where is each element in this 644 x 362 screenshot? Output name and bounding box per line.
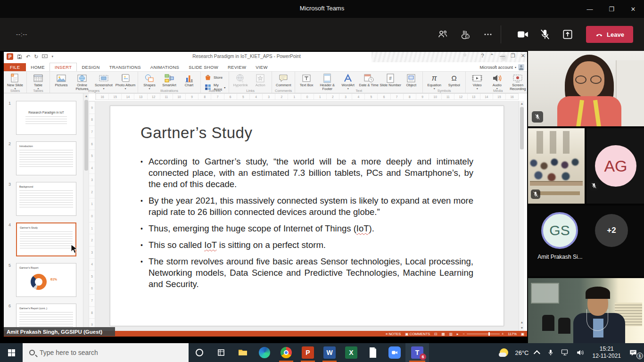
participant-video-2[interactable] <box>528 278 644 343</box>
button-label: Text Box <box>300 83 314 87</box>
view-reading-icon[interactable]: ▥ <box>449 332 453 336</box>
powerpoint-taskbar-icon[interactable]: P <box>297 343 319 362</box>
file-explorer-icon[interactable] <box>232 343 254 362</box>
ppt-close-icon[interactable]: ✕ <box>521 53 525 59</box>
view-normal-icon[interactable]: ⊡ <box>434 332 437 336</box>
object-icon <box>406 73 416 83</box>
start-button[interactable] <box>0 343 23 362</box>
ppt-title-bar: P ↶ ↻ ▾ Research Paradigm in IoT_KIET_AP… <box>4 52 527 62</box>
ruler-mark: 13 <box>467 94 480 99</box>
smartart-button[interactable]: SmartArt <box>159 73 179 90</box>
weather-icon[interactable] <box>496 343 512 362</box>
ruler-mark: 8 <box>198 94 211 99</box>
store-button[interactable]: Store <box>204 74 225 81</box>
button-label: Symbol <box>448 83 460 87</box>
slide-thumbnail-3[interactable]: 3Background <box>16 182 76 216</box>
zoom-slider[interactable]: − + <box>462 332 504 336</box>
taskbar-search[interactable]: Type here to search <box>23 343 189 362</box>
ppt-restore-icon[interactable]: ❐ <box>511 53 515 59</box>
comments-toggle[interactable]: COMMENTS <box>409 332 430 336</box>
bullet-marker: • <box>140 223 149 234</box>
account-area[interactable]: Microsoft account ▾ <box>479 64 524 70</box>
word-icon[interactable]: W <box>319 343 340 362</box>
cortana-icon[interactable] <box>189 343 210 362</box>
teams-taskbar-icon[interactable]: T 6 <box>405 343 429 362</box>
overflow-participants[interactable]: +2 <box>595 214 628 247</box>
ppt-minimize-icon[interactable]: — <box>500 53 505 59</box>
share-screen-icon[interactable] <box>561 27 575 41</box>
excel-icon[interactable]: X <box>340 343 362 362</box>
avatar-gs[interactable]: GS <box>541 212 578 249</box>
slide-thumbnail-1[interactable]: 1Research Paradigm in IoT <box>16 101 76 135</box>
ppt-help-icon[interactable]: ? <box>481 53 484 59</box>
thumbnail-preview: Research Paradigm in IoT <box>16 101 76 135</box>
participants-icon[interactable] <box>436 27 450 41</box>
thumbnail-text-placeholder <box>19 190 73 209</box>
current-slide[interactable]: Gartner’s Study •According to Gartner’s … <box>110 106 504 326</box>
view-slide-sorter-icon[interactable]: ▦ <box>442 332 445 336</box>
zoom-level[interactable]: 117% <box>508 332 517 336</box>
ribbon-tab-design[interactable]: DESIGN <box>77 63 104 71</box>
microphone-muted-icon[interactable] <box>538 27 552 41</box>
hidden-icons-chevron[interactable] <box>532 343 544 362</box>
volume-icon[interactable] <box>573 343 588 362</box>
more-options-icon[interactable] <box>481 27 495 41</box>
new-slide-button[interactable]: New Slide▾ <box>5 73 25 90</box>
windows-logo-icon <box>8 349 15 356</box>
donut-chart-value: 61% <box>50 278 57 281</box>
notepad-icon[interactable] <box>362 343 384 362</box>
ribbon-tab-view[interactable]: VIEW <box>251 63 272 71</box>
avatar-ag: AG <box>595 145 636 187</box>
new-slide-icon <box>10 73 20 83</box>
participant-video-classroom[interactable] <box>528 128 585 204</box>
tray-microphone-icon[interactable] <box>544 343 558 362</box>
clock[interactable]: 15:21 12-11-2021 <box>588 343 626 362</box>
close-button[interactable]: ✕ <box>622 0 644 18</box>
leave-button[interactable]: Leave <box>586 26 633 43</box>
slide-thumbnail-2[interactable]: 2Introduction <box>16 141 76 175</box>
thumbnail-scrollbar[interactable]: ▲ <box>83 93 89 331</box>
notes-toggle[interactable]: NOTES <box>388 332 401 336</box>
ribbon-display-options-icon[interactable]: ⌃ <box>490 53 494 59</box>
symbol-button[interactable]: ΩSymbol <box>444 73 464 90</box>
network-icon[interactable] <box>558 343 573 362</box>
scroll-up-icon: ▲ <box>83 93 89 99</box>
edge-icon[interactable] <box>254 343 275 362</box>
ruler-mark: 6 <box>89 138 95 150</box>
slide-thumbnail-4[interactable]: 4Gartner's Study <box>16 222 76 256</box>
minimize-button[interactable]: — <box>579 0 601 18</box>
chrome-icon[interactable] <box>275 343 297 362</box>
chart-button[interactable]: Chart <box>179 73 199 90</box>
collapse-ribbon-icon[interactable]: ⌃ <box>522 88 525 92</box>
comment-button[interactable]: Comment <box>273 73 293 87</box>
ribbon-tab-transitions[interactable]: TRANSITIONS <box>105 63 146 71</box>
equation-button[interactable]: πEquation▾ <box>424 73 444 90</box>
table-button[interactable]: Table▾ <box>28 73 48 90</box>
temperature[interactable]: 26°C <box>512 343 532 362</box>
button-label: Store <box>214 75 223 80</box>
participant-tile-ag[interactable]: AG <box>586 128 644 204</box>
shapes-button[interactable]: Shapes▾ <box>140 73 159 90</box>
participant-video-1[interactable] <box>528 51 644 126</box>
reactions-icon[interactable] <box>458 27 472 41</box>
camera-icon[interactable] <box>516 27 530 41</box>
ribbon-tab-insert[interactable]: INSERT <box>50 63 77 71</box>
slide-scrollbar[interactable]: ▲ ▲ ▼ <box>519 101 524 331</box>
hyperlink-button[interactable]: Hyperlink <box>231 73 250 87</box>
action-center-icon[interactable]: 1 <box>626 343 644 362</box>
ribbon-tab-home[interactable]: HOME <box>26 63 50 71</box>
account-caret-icon: ▾ <box>515 66 516 69</box>
button-label: Photo Album <box>116 83 136 87</box>
ribbon-tab-slide-show[interactable]: SLIDE SHOW <box>184 63 223 71</box>
task-view-icon[interactable] <box>210 343 232 362</box>
ribbon-tab-animations[interactable]: ANIMATIONS <box>146 63 184 71</box>
notes-icon: ≡ <box>386 332 388 336</box>
view-slideshow-icon[interactable]: ▸ <box>457 332 459 336</box>
zoom-app-icon[interactable] <box>384 343 405 362</box>
slide-thumbnail-5[interactable]: 5Gartner's Report61% <box>16 263 76 297</box>
fit-slide-icon[interactable]: ▣ <box>521 332 524 336</box>
maximize-button[interactable]: ❐ <box>601 0 622 18</box>
ribbon-tab-review[interactable]: REVIEW <box>223 63 251 71</box>
ribbon-tab-file[interactable]: FILE <box>4 63 26 71</box>
action-button[interactable]: Action <box>250 73 270 87</box>
